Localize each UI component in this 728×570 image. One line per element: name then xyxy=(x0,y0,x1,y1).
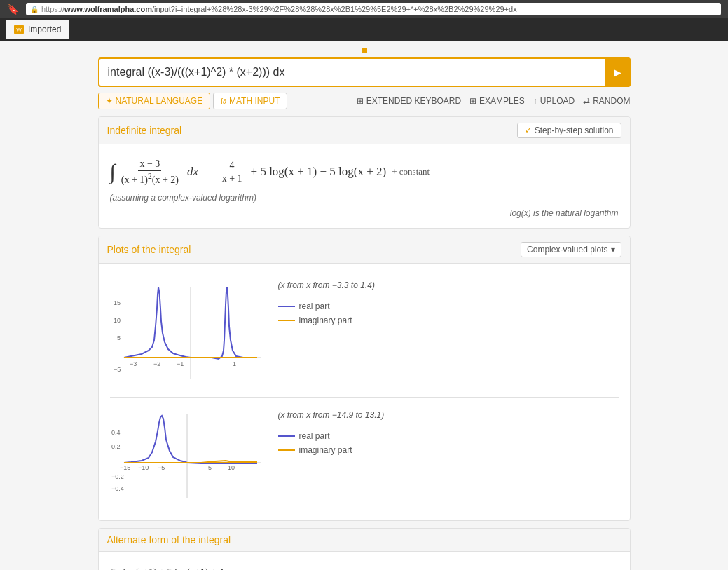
natural-language-button[interactable]: ✦ NATURAL LANGUAGE xyxy=(98,93,211,109)
graph2-svg: 0.4 0.2 −0.2 −0.4 −15 −10 −5 5 10 xyxy=(110,410,264,501)
math-input-button[interactable]: f∂ MATH INPUT xyxy=(213,93,287,109)
examples-icon: ⊞ xyxy=(469,96,476,106)
random-button[interactable]: ⇄ RANDOM xyxy=(583,96,630,106)
svg-text:−10: −10 xyxy=(138,464,149,471)
legend-real-2: real part xyxy=(278,431,385,441)
indefinite-integral-content: ∫ x − 3 (x + 1)2(x + 2) dx = 4 x + 1 + 5… xyxy=(99,144,630,228)
main-content: integral ((x-3)/(((x+1)^2) * (x+2))) dx … xyxy=(0,41,728,570)
graph1-wrapper: 15 10 5 −5 −3 −2 −1 1 xyxy=(110,280,264,384)
step-by-step-button[interactable]: ✓ Step-by-step solution xyxy=(517,123,621,138)
active-tab[interactable]: W Imported xyxy=(6,20,69,39)
imaginary-part-line-1 xyxy=(278,320,295,321)
legend-real-1: real part xyxy=(278,301,375,311)
url-bar[interactable]: 🔒 https://www.wolframalpha.com/input?i=i… xyxy=(26,3,721,15)
imaginary-part-line-2 xyxy=(278,449,295,451)
search-box-wrapper: integral ((x-3)/(((x+1)^2) * (x+2))) dx … xyxy=(98,57,631,87)
browser-bar: 🔖 🔒 https://www.wolframalpha.com/input?i… xyxy=(0,0,728,18)
upload-label: UPLOAD xyxy=(540,96,575,106)
plots-content: 15 10 5 −5 −3 −2 −1 1 xyxy=(99,264,630,520)
extended-keyboard-label: EXTENDED KEYBOARD xyxy=(366,96,461,106)
plots-header: Plots of the integral Complex-valued plo… xyxy=(99,236,630,264)
math-input-label: MATH INPUT xyxy=(229,96,280,106)
complex-log-note: (assuming a complex-valued logarithm) xyxy=(110,193,619,203)
search-area: integral ((x-3)/(((x+1)^2) * (x+2))) dx … xyxy=(0,41,728,116)
random-label: RANDOM xyxy=(593,96,630,106)
svg-text:−3: −3 xyxy=(130,360,137,367)
svg-text:5: 5 xyxy=(117,334,121,341)
integral-formula: ∫ x − 3 (x + 1)2(x + 2) dx = 4 x + 1 + 5… xyxy=(110,158,619,186)
complex-plots-dropdown[interactable]: Complex-valued plots ▾ xyxy=(521,242,621,257)
upload-icon: ↑ xyxy=(533,96,537,106)
svg-text:1: 1 xyxy=(233,360,236,367)
graph2-container: 0.4 0.2 −0.2 −0.4 −15 −10 −5 5 10 xyxy=(110,403,619,510)
mode-left: ✦ NATURAL LANGUAGE f∂ MATH INPUT xyxy=(98,93,288,109)
integrand-fraction: x − 3 (x + 1)2(x + 2) xyxy=(120,158,180,186)
log-note: log(x) is the natural logarithm xyxy=(110,208,619,218)
svg-text:−5: −5 xyxy=(158,464,165,471)
alternate-form-header: Alternate form of the integral xyxy=(99,529,630,552)
real-part-line-1 xyxy=(278,306,295,307)
upload-button[interactable]: ↑ UPLOAD xyxy=(533,96,575,106)
constant-term: + constant xyxy=(392,166,430,177)
svg-text:−0.2: −0.2 xyxy=(111,473,124,480)
bookmark-icon: 🔖 xyxy=(7,4,19,15)
submit-icon: ▶ xyxy=(614,67,621,78)
indefinite-integral-pod: Indefinite integral ✓ Step-by-step solut… xyxy=(98,116,631,229)
svg-text:10: 10 xyxy=(114,317,121,324)
graph-divider xyxy=(110,397,619,398)
equals-sign: = xyxy=(207,165,214,179)
alternate-form-title: Alternate form of the integral xyxy=(107,534,231,545)
integral-sign: ∫ xyxy=(110,161,116,182)
svg-text:5: 5 xyxy=(208,464,212,471)
legend-imaginary-1: imaginary part xyxy=(278,315,375,325)
plus-term: + 5 log(x + 1) − 5 log(x + 2) xyxy=(251,165,387,179)
denominator: (x + 1)2(x + 2) xyxy=(120,171,180,186)
keyboard-icon: ⊞ xyxy=(357,96,364,106)
graph1-container: 15 10 5 −5 −3 −2 −1 1 xyxy=(110,273,619,391)
result-den: x + 1 xyxy=(221,172,244,184)
dx-symbol: dx xyxy=(187,165,198,179)
alternate-form-content: 5x log(x+1) + 5 log(x+1) + 4 x + 1 − 5 l… xyxy=(99,552,630,570)
indefinite-integral-header: Indefinite integral ✓ Step-by-step solut… xyxy=(99,117,630,144)
nl-icon: ✦ xyxy=(106,96,113,106)
plots-header-right: Complex-valued plots ▾ xyxy=(521,242,621,257)
alternate-form-pod: Alternate form of the integral 5x log(x+… xyxy=(98,528,631,570)
alt-num: 5x log(x+1) + 5 log(x+1) + 4 xyxy=(110,567,226,570)
tab-label: Imported xyxy=(28,25,61,34)
svg-text:0.4: 0.4 xyxy=(111,429,121,436)
chevron-down-icon: ▾ xyxy=(611,245,615,255)
plots-title: Plots of the integral xyxy=(107,244,191,255)
search-submit-button[interactable]: ▶ xyxy=(605,57,631,87)
tab-bar: W Imported xyxy=(0,18,728,41)
result-fraction: 4 x + 1 xyxy=(221,160,244,184)
result-num: 4 xyxy=(228,160,236,172)
imaginary-part-label-2: imaginary part xyxy=(299,445,352,455)
results-area: Indefinite integral ✓ Step-by-step solut… xyxy=(98,116,631,570)
graph1-svg: 15 10 5 −5 −3 −2 −1 1 xyxy=(110,280,264,382)
graph2-range: (x from x from −14.9 to 13.1) xyxy=(278,410,385,420)
plots-pod: Plots of the integral Complex-valued plo… xyxy=(98,236,631,521)
imaginary-part-label-1: imaginary part xyxy=(299,315,352,325)
svg-text:−15: −15 xyxy=(120,464,130,471)
svg-text:−1: −1 xyxy=(177,360,184,367)
numerator: x − 3 xyxy=(138,158,161,171)
random-icon: ⇄ xyxy=(583,96,590,106)
examples-label: EXAMPLES xyxy=(479,96,525,106)
graph2-legend: real part imaginary part xyxy=(278,424,385,455)
graph1-legend: real part imaginary part xyxy=(278,294,375,325)
examples-button[interactable]: ⊞ EXAMPLES xyxy=(469,96,525,106)
natural-language-label: NATURAL LANGUAGE xyxy=(116,96,203,106)
wolfram-dot xyxy=(362,48,367,53)
svg-text:−2: −2 xyxy=(153,360,160,367)
real-part-label-2: real part xyxy=(299,431,330,441)
real-part-line-2 xyxy=(278,435,295,437)
step-btn-label: Step-by-step solution xyxy=(535,125,614,135)
math-icon: f∂ xyxy=(221,97,226,105)
graph2-info: (x from x from −14.9 to 13.1) real part … xyxy=(278,410,385,455)
search-input[interactable]: integral ((x-3)/(((x+1)^2) * (x+2))) dx xyxy=(98,57,631,87)
mode-buttons: ✦ NATURAL LANGUAGE f∂ MATH INPUT ⊞ EXTEN… xyxy=(98,93,631,109)
mode-right: ⊞ EXTENDED KEYBOARD ⊞ EXAMPLES ↑ UPLOAD … xyxy=(357,96,631,106)
extended-keyboard-button[interactable]: ⊞ EXTENDED KEYBOARD xyxy=(357,96,461,106)
svg-text:0.2: 0.2 xyxy=(111,443,121,450)
legend-imaginary-2: imaginary part xyxy=(278,445,385,455)
